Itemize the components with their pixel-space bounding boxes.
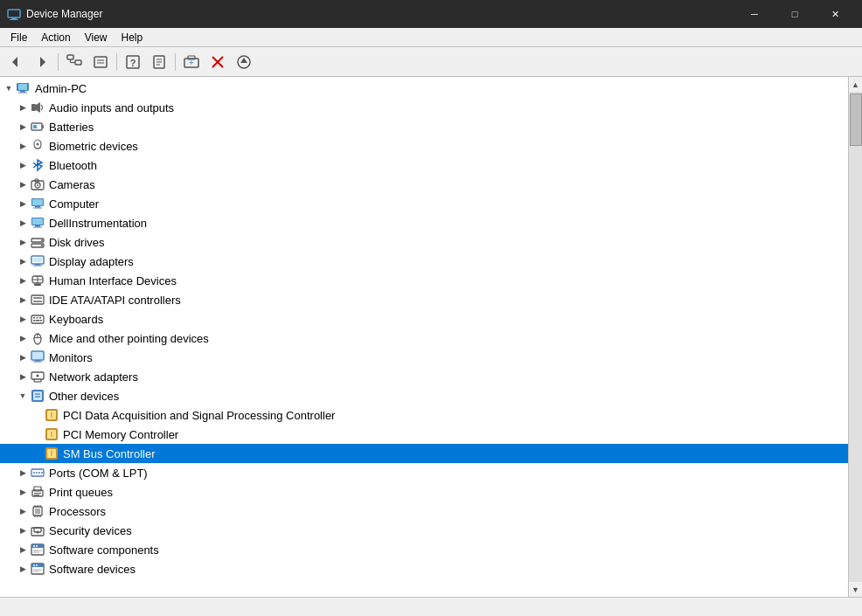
tree-item-mice[interactable]: ▶ Mice and other pointing devices (0, 329, 848, 348)
minimize-button[interactable]: ─ (734, 0, 775, 28)
tree-item-ports[interactable]: ▶ Ports (COM & LPT) (0, 463, 848, 482)
tree-item-other[interactable]: ▼ Other devices (0, 386, 848, 405)
software-expand[interactable]: ▶ (16, 540, 30, 559)
tree-item-computer[interactable]: ▶ Computer (0, 194, 848, 213)
tree-item-dell[interactable]: ▶ DellInstrumentation (0, 213, 848, 232)
update-button[interactable] (232, 51, 256, 73)
cameras-expand[interactable]: ▶ (16, 175, 30, 194)
smbus-expand: ▶ (30, 444, 44, 463)
menu-file[interactable]: File (3, 30, 34, 45)
forward-button[interactable] (30, 51, 54, 73)
computer-expand[interactable]: ▶ (16, 194, 30, 213)
svg-rect-72 (40, 320, 42, 322)
scroll-up[interactable]: ▲ (849, 77, 863, 92)
main-content: ▼ Admin-PC ▶ Audio inputs (0, 77, 862, 597)
svg-rect-63 (31, 295, 44, 304)
ports-expand[interactable]: ▶ (16, 463, 30, 482)
tree-item-disk[interactable]: ▶ Disk drives (0, 232, 848, 252)
svg-rect-70 (33, 320, 35, 322)
bluetooth-expand[interactable]: ▶ (16, 156, 30, 175)
security-expand[interactable]: ▶ (16, 521, 30, 540)
monitors-expand[interactable]: ▶ (16, 348, 30, 367)
tree-item-processors[interactable]: ▶ Processors (0, 502, 848, 521)
processor-icon (30, 503, 45, 519)
properties-button[interactable] (147, 51, 171, 73)
menu-view[interactable]: View (78, 30, 115, 45)
separator-2 (116, 53, 117, 71)
scroll-down[interactable]: ▼ (849, 582, 863, 597)
pci1-expand: ▶ (30, 405, 44, 425)
device-tree[interactable]: ▼ Admin-PC ▶ Audio inputs (0, 77, 848, 597)
maximize-button[interactable]: □ (775, 0, 815, 28)
tree-item-hid[interactable]: ▶ Human Interface Devices (0, 271, 848, 290)
tree-item-security[interactable]: ▶ Security devices (0, 521, 848, 540)
other-expand[interactable]: ▼ (16, 386, 30, 405)
svg-rect-66 (31, 315, 44, 323)
list-view-button[interactable] (88, 51, 113, 73)
root-expand-arrow[interactable]: ▼ (2, 79, 16, 98)
keyboards-label: Keyboards (49, 313, 103, 326)
processors-expand[interactable]: ▶ (16, 502, 30, 521)
svg-rect-77 (32, 352, 43, 359)
softwared-icon (30, 561, 45, 577)
biometric-label: Biometric devices (49, 140, 138, 153)
network-expand[interactable]: ▶ (16, 367, 30, 386)
scroll-track[interactable] (849, 92, 863, 582)
close-button[interactable]: ✕ (815, 0, 855, 28)
bluetooth-icon (30, 157, 45, 173)
add-device-button[interactable]: + (179, 51, 204, 73)
mice-expand[interactable]: ▶ (16, 329, 30, 348)
tree-item-monitors[interactable]: ▶ Monitors (0, 348, 848, 367)
other-label: Other devices (49, 390, 119, 403)
software-icon (30, 542, 45, 557)
tree-item-audio[interactable]: ▶ Audio inputs and outputs (0, 98, 848, 117)
tree-item-softwared[interactable]: ▶ Software devices (0, 559, 848, 578)
tree-item-network[interactable]: ▶ Network adapters (0, 367, 848, 386)
ports-icon (30, 465, 45, 481)
menu-help[interactable]: Help (115, 30, 150, 45)
svg-point-121 (36, 545, 38, 547)
toolbar: ? + (0, 47, 862, 77)
back-button[interactable] (3, 51, 28, 73)
tree-item-bluetooth[interactable]: ▶ Bluetooth (0, 156, 848, 175)
show-tree-button[interactable] (62, 51, 87, 73)
display-expand[interactable]: ▶ (16, 252, 30, 271)
tree-item-software[interactable]: ▶ Software components (0, 540, 848, 559)
tree-item-cameras[interactable]: ▶ Cameras (0, 175, 848, 194)
tree-item-smbus[interactable]: ▶ ! SM Bus Controller (0, 444, 848, 463)
batteries-label: Batteries (49, 121, 94, 134)
tree-item-ide[interactable]: ▶ IDE ATA/ATAPI controllers (0, 290, 848, 309)
tree-item-display[interactable]: ▶ Display adapters (0, 252, 848, 271)
ide-expand[interactable]: ▶ (16, 290, 30, 309)
tree-item-keyboards[interactable]: ▶ Keyboards (0, 309, 848, 329)
keyboards-expand[interactable]: ▶ (16, 309, 30, 329)
ports-label: Ports (COM & LPT) (49, 467, 148, 480)
svg-rect-44 (32, 199, 43, 205)
softwared-expand[interactable]: ▶ (16, 559, 30, 578)
scroll-thumb[interactable] (850, 93, 862, 146)
print-expand[interactable]: ▶ (16, 482, 30, 502)
hid-expand[interactable]: ▶ (16, 271, 30, 290)
menu-action[interactable]: Action (34, 30, 77, 45)
tree-item-biometric[interactable]: ▶ Biometric devices (0, 136, 848, 156)
tree-item-batteries[interactable]: ▶ Batteries (0, 117, 848, 136)
tree-root[interactable]: ▼ Admin-PC (0, 79, 848, 98)
display-icon (30, 253, 45, 269)
dell-expand[interactable]: ▶ (16, 213, 30, 232)
help-button[interactable]: ? (121, 51, 145, 73)
disk-label: Disk drives (49, 236, 105, 249)
hid-label: Human Interface Devices (49, 274, 177, 287)
svg-text:!: ! (51, 430, 53, 439)
disk-expand[interactable]: ▶ (16, 232, 30, 252)
audio-icon (30, 100, 45, 115)
biometric-expand[interactable]: ▶ (16, 136, 30, 156)
batteries-expand[interactable]: ▶ (16, 117, 30, 136)
tree-item-print[interactable]: ▶ Print queues (0, 482, 848, 502)
svg-text:!: ! (51, 411, 53, 419)
network-icon (30, 369, 45, 384)
scrollbar[interactable]: ▲ ▼ (848, 77, 862, 597)
audio-expand[interactable]: ▶ (16, 98, 30, 117)
tree-item-pci1[interactable]: ▶ ! PCI Data Acquisition and Signal Proc… (0, 405, 848, 425)
tree-item-pci2[interactable]: ▶ ! PCI Memory Controller (0, 425, 848, 444)
remove-button[interactable] (205, 51, 230, 73)
